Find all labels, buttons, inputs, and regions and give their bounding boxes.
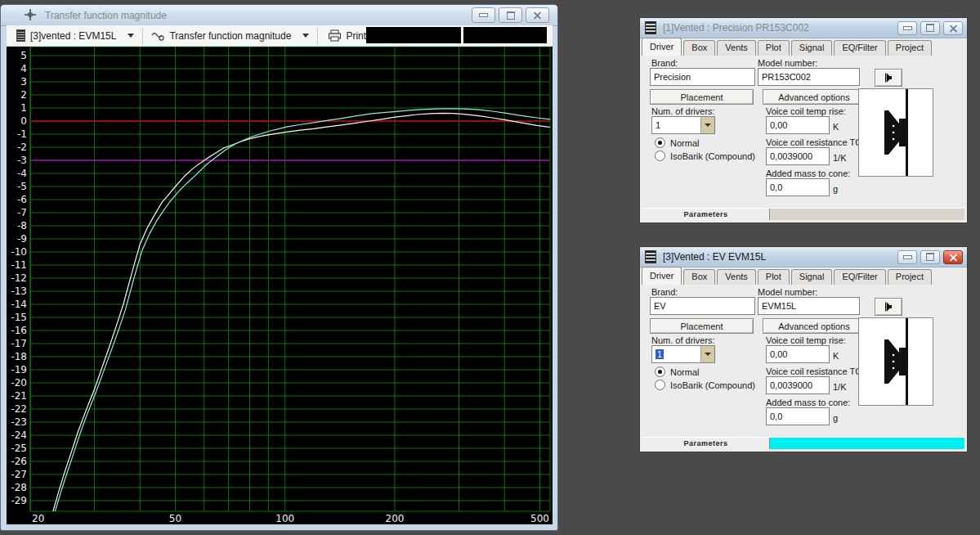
svg-text:20: 20 [32, 513, 44, 524]
plot-window-title: Transfer function magnitude [45, 10, 167, 21]
close-button[interactable] [943, 250, 963, 264]
svg-text:-3: -3 [17, 155, 27, 166]
svg-text:2: 2 [20, 89, 27, 101]
window-titlebar[interactable]: [3]Vented : EV EVM15L [640, 247, 967, 268]
isobarik-radio[interactable]: IsoBarik (Compound) [655, 151, 755, 161]
vc-res-input[interactable] [766, 147, 830, 165]
close-button[interactable] [526, 7, 549, 23]
vc-temp-unit: K [833, 122, 839, 132]
tab-driver[interactable]: Driver [642, 38, 682, 56]
isobarik-radio-label: IsoBarik (Compound) [670, 151, 755, 161]
brand-input[interactable] [650, 297, 755, 315]
tab-box[interactable]: Box [683, 269, 715, 285]
maximize-icon [507, 11, 515, 20]
parameters-tab[interactable]: Parameters [642, 438, 770, 449]
svg-text:5: 5 [20, 50, 27, 61]
tab-vents[interactable]: Vents [717, 269, 756, 285]
crosshair-icon [24, 8, 37, 21]
advanced-options-button[interactable]: Advanced options [763, 89, 866, 105]
bottom-tabbar: Parameters [642, 437, 964, 449]
chevron-down-icon [128, 34, 134, 38]
chevron-down-icon [302, 34, 309, 38]
normal-radio[interactable]: Normal [655, 366, 699, 377]
tab-plot[interactable]: Plot [758, 40, 790, 56]
minimize-button[interactable] [472, 7, 495, 23]
combo-dropdown-button[interactable] [700, 346, 714, 362]
svg-text:-7: -7 [17, 207, 27, 218]
speaker-icon [883, 73, 894, 83]
added-mass-input[interactable] [766, 407, 830, 425]
svg-text:-14: -14 [11, 299, 27, 310]
vc-res-label: Voice coil resistance TC: [766, 366, 864, 376]
svg-text:-1: -1 [17, 128, 27, 140]
advanced-options-button[interactable]: Advanced options [763, 318, 866, 334]
speaker-button[interactable] [875, 298, 902, 316]
project-select[interactable]: [3]vented : EVM15L [11, 27, 139, 45]
tab-eq-filter[interactable]: EQ/Filter [834, 40, 885, 56]
combo-dropdown-button[interactable] [700, 117, 714, 133]
parameters-tab[interactable]: Parameters [642, 209, 770, 220]
model-number-input[interactable] [758, 297, 860, 315]
model-number-input[interactable] [758, 68, 860, 86]
num-drivers-select[interactable]: 1 [651, 345, 715, 363]
num-drivers-select[interactable]: 1 [651, 116, 715, 134]
tab-project[interactable]: Project [888, 40, 932, 56]
added-mass-input[interactable] [766, 178, 830, 196]
graph-type-select[interactable]: Transfer function magnitude [146, 27, 314, 45]
svg-text:-10: -10 [11, 246, 27, 258]
svg-text:50: 50 [169, 513, 181, 524]
maximize-button[interactable] [499, 7, 522, 23]
tabbar: Driver Box Vents Plot Signal EQ/Filter P… [642, 38, 965, 56]
speaker-button[interactable] [875, 69, 902, 87]
svg-text:-19: -19 [11, 364, 27, 375]
svg-text:-29: -29 [11, 495, 27, 506]
placement-button[interactable]: Placement [650, 318, 754, 334]
vc-temp-unit: K [833, 351, 839, 361]
tab-eq-filter[interactable]: EQ/Filter [834, 269, 885, 285]
svg-text:-4: -4 [17, 168, 27, 179]
maximize-button[interactable] [920, 250, 940, 264]
svg-text:-16: -16 [11, 325, 27, 336]
print-button[interactable]: Print [321, 27, 373, 45]
tab-signal[interactable]: Signal [791, 269, 833, 285]
isobarik-radio[interactable]: IsoBarik (Compound) [655, 380, 755, 390]
tab-vents[interactable]: Vents [717, 40, 756, 56]
placement-button[interactable]: Placement [650, 89, 754, 105]
driver-diagram [858, 317, 933, 406]
window-titlebar[interactable]: [1]Vented : Precision PR153C002 [640, 18, 967, 38]
minimize-button[interactable] [897, 21, 917, 35]
plot-window-titlebar[interactable]: Transfer function magnitude [1, 5, 557, 26]
svg-text:-2: -2 [17, 142, 27, 153]
minimize-button[interactable] [897, 250, 917, 264]
minimize-icon [903, 26, 912, 30]
vc-res-input[interactable] [766, 376, 830, 394]
vc-temp-input[interactable] [766, 345, 830, 363]
bottom-tabbar-highlight [770, 438, 964, 449]
tab-signal[interactable]: Signal [791, 40, 833, 56]
svg-text:-27: -27 [11, 469, 27, 480]
svg-text:500: 500 [530, 513, 549, 524]
svg-text:-15: -15 [11, 312, 27, 323]
driver-tab-panel: Brand: Model number: Placement Advanced … [642, 56, 965, 206]
radio-unselected-icon [655, 380, 665, 390]
tab-project[interactable]: Project [888, 269, 932, 285]
brand-input[interactable] [650, 68, 755, 86]
normal-radio[interactable]: Normal [655, 137, 699, 148]
toolbar-separator [142, 28, 143, 44]
driver-diagram [858, 88, 933, 177]
added-mass-unit: g [833, 413, 838, 423]
graph-type-value: Transfer function magnitude [169, 30, 291, 42]
tab-box[interactable]: Box [683, 40, 715, 56]
maximize-button[interactable] [920, 21, 940, 35]
num-drivers-value: 1 [656, 120, 660, 130]
svg-text:-18: -18 [11, 351, 27, 362]
tab-driver[interactable]: Driver [642, 267, 682, 285]
svg-text:-8: -8 [17, 220, 27, 232]
plot-area[interactable]: 543210-1-2-3-4-5-6-7-8-9-10-11-12-13-14-… [7, 47, 553, 524]
num-drivers-label: Num. of drivers: [651, 106, 715, 116]
vc-temp-input[interactable] [766, 116, 830, 134]
added-mass-label: Added mass to cone: [766, 169, 850, 178]
close-button[interactable] [943, 21, 963, 35]
normal-radio-label: Normal [670, 138, 699, 148]
tab-plot[interactable]: Plot [758, 269, 790, 285]
